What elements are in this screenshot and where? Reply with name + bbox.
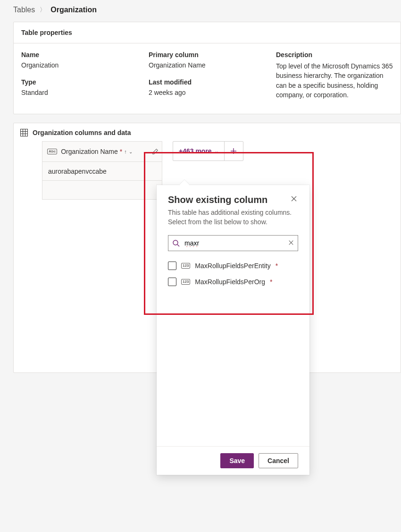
chevron-down-icon: ⌄ <box>215 149 218 154</box>
prop-description-label: Description <box>276 51 393 59</box>
column-option-label: MaxRollupFieldsPerEntity <box>195 262 270 270</box>
required-asterisk: * <box>276 262 278 270</box>
number-type-icon: 123 <box>181 263 190 269</box>
close-button[interactable] <box>290 194 298 204</box>
column-header-label: Organization Name <box>61 148 118 155</box>
prop-modified-label: Last modified <box>149 78 276 86</box>
column-header-organization-name[interactable]: Abc Organization Name * ↑ ⌄ <box>42 141 148 162</box>
column-option[interactable]: 123 MaxRollupFieldsPerOrg * <box>168 274 298 290</box>
show-existing-column-popover: Show existing column This table has addi… <box>157 185 309 475</box>
text-type-icon: Abc <box>47 149 57 154</box>
checkbox[interactable] <box>168 278 176 286</box>
prop-modified-value: 2 weeks ago <box>149 89 276 96</box>
breadcrumb-current: Organization <box>50 6 97 14</box>
prop-primary-label: Primary column <box>149 51 276 59</box>
svg-point-9 <box>173 240 178 245</box>
required-asterisk: * <box>270 278 272 286</box>
search-input[interactable] <box>184 239 284 247</box>
breadcrumb: Tables 〉 Organization <box>13 6 401 14</box>
number-type-icon: 123 <box>181 279 190 285</box>
table-cell-empty[interactable] <box>42 181 162 200</box>
more-columns-button[interactable]: +463 more ⌄ <box>173 142 224 160</box>
sort-ascending-icon: ↑ <box>124 149 127 154</box>
chevron-right-icon: 〉 <box>40 6 46 14</box>
add-column-button[interactable] <box>224 142 243 160</box>
clear-search-button[interactable] <box>288 240 294 247</box>
prop-name-label: Name <box>21 51 149 59</box>
table-cell[interactable]: aurorabapenvccabe <box>42 162 162 181</box>
required-asterisk: * <box>120 148 122 155</box>
columns-section-title: Organization columns and data <box>33 129 131 136</box>
close-icon <box>288 240 294 245</box>
prop-type-label: Type <box>21 78 149 86</box>
column-option-label: MaxRollupFieldsPerOrg <box>195 278 265 286</box>
prop-primary-value: Organization Name <box>149 61 276 69</box>
plus-icon <box>230 148 237 154</box>
cancel-button[interactable]: Cancel <box>259 453 298 468</box>
svg-line-10 <box>177 245 179 246</box>
popover-title: Show existing column <box>168 194 267 205</box>
edit-column-button[interactable] <box>148 141 162 162</box>
search-icon <box>172 239 180 248</box>
table-properties-card: Table properties Name Organization Type … <box>13 22 401 114</box>
prop-name-value: Organization <box>21 61 149 69</box>
table-grid-icon <box>20 129 28 136</box>
checkbox[interactable] <box>168 262 176 270</box>
save-button[interactable]: Save <box>220 453 254 468</box>
search-field-wrapper <box>168 235 298 251</box>
chevron-down-icon[interactable]: ⌄ <box>129 149 133 154</box>
more-columns-label: +463 more <box>179 147 212 155</box>
breadcrumb-parent[interactable]: Tables <box>13 6 35 14</box>
column-option[interactable]: 123 MaxRollupFieldsPerEntity * <box>168 258 298 274</box>
prop-description-value: Top level of the Microsoft Dynamics 365 … <box>276 61 393 100</box>
pencil-icon <box>152 148 159 155</box>
popover-subtitle: This table has additional existing colum… <box>168 208 298 227</box>
prop-type-value: Standard <box>21 89 149 96</box>
svg-rect-0 <box>21 129 28 136</box>
close-icon <box>291 195 297 202</box>
card-title: Table properties <box>14 22 401 43</box>
